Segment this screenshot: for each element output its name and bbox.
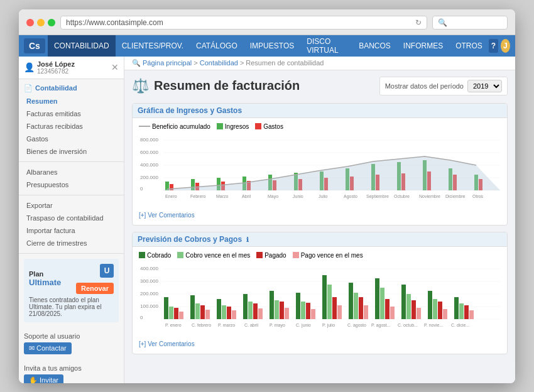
page-title: Resumen de facturación — [154, 79, 300, 93]
svg-text:Mayo: Mayo — [268, 194, 278, 199]
close-button[interactable] — [26, 19, 34, 26]
page-header: ⚖️ Resumen de facturación Mostrar datos … — [132, 77, 508, 95]
svg-rect-61 — [174, 308, 178, 319]
legend-pagado-label: Pagado — [264, 252, 286, 259]
nav-item-catalogo[interactable]: CATÁLOGO — [190, 35, 244, 57]
legend-beneficio: Beneficio acumulado — [139, 123, 210, 130]
invite-button[interactable]: ✋ Invitar — [24, 374, 63, 383]
svg-rect-69 — [227, 307, 231, 319]
sidebar-item-facturas-emitidas[interactable]: Facturas emitidas — [19, 107, 124, 120]
traffic-lights — [26, 19, 55, 26]
nav-help-button[interactable]: ? — [489, 39, 498, 53]
svg-rect-93 — [385, 299, 390, 319]
svg-text:300.000: 300.000 — [140, 278, 158, 284]
chart2-comments-link[interactable]: [+] Ver Comentarios — [139, 340, 501, 347]
user-icon: 👤 — [24, 62, 35, 72]
svg-rect-94 — [390, 307, 395, 319]
legend-gastos: Gastos — [255, 123, 283, 130]
svg-rect-60 — [169, 307, 173, 319]
chart2-container: 400.000 300.000 200.000 100.000 0 — [139, 263, 501, 338]
svg-rect-97 — [411, 300, 416, 319]
sidebar-close-button[interactable]: ✕ — [111, 62, 119, 72]
plan-title: Plan — [29, 270, 61, 278]
ingresos-gastos-section: Gráfica de Ingresos y Gastos Beneficio a… — [132, 103, 508, 226]
legend-cobro-vence: Cobro vence en el mes — [177, 252, 250, 259]
svg-text:P. novie...: P. novie... — [424, 323, 443, 327]
nav-item-bancos[interactable]: BANCOS — [352, 35, 397, 57]
svg-rect-77 — [280, 302, 284, 319]
nav-user-avatar[interactable]: J — [501, 39, 510, 53]
chart1-comments-link[interactable]: [+] Ver Comentarios — [139, 212, 501, 219]
legend-cobrado: Cobrado — [139, 252, 171, 259]
svg-rect-75 — [270, 291, 274, 319]
svg-rect-83 — [322, 275, 327, 319]
nav-item-clientes[interactable]: CLIENTES/PROV. — [116, 35, 190, 57]
svg-rect-89 — [359, 297, 363, 319]
browser-window: https://www.contasimple.com ↻ 🔍 Cs CONTA… — [19, 9, 515, 383]
chart1-container: 800.000 600.000 400.000 200.000 0 — [139, 134, 501, 209]
svg-text:C. junio: C. junio — [296, 323, 311, 328]
nav-item-otros[interactable]: OTROS — [449, 35, 489, 57]
sidebar-item-albaranes[interactable]: Albaranes — [19, 166, 124, 178]
nav-item-contabilidad[interactable]: CONTABILIDAD — [48, 35, 116, 57]
svg-text:Abril: Abril — [242, 194, 251, 199]
svg-rect-63 — [190, 295, 195, 319]
nav-item-informes[interactable]: INFORMES — [397, 35, 449, 57]
svg-text:0: 0 — [140, 315, 143, 320]
browser-search[interactable]: 🔍 — [432, 16, 508, 30]
sidebar-item-resumen[interactable]: Resumen — [19, 95, 124, 107]
svg-text:200.000: 200.000 — [140, 291, 158, 297]
contact-button[interactable]: ✉ Contactar — [24, 342, 72, 354]
svg-text:Octubre: Octubre — [394, 194, 410, 199]
nav-item-impuestos[interactable]: IMPUESTOS — [244, 35, 300, 57]
minimize-button[interactable] — [37, 19, 45, 26]
svg-text:Septiembre: Septiembre — [366, 194, 389, 199]
sidebar-item-facturas-recibidas[interactable]: Facturas recibidas — [19, 120, 124, 133]
content-area: 🔍 Página principal > Contabilidad > Resu… — [124, 57, 515, 383]
sidebar-user: 👤 José López 123456782 ✕ — [19, 57, 124, 79]
breadcrumb-home[interactable]: Página principal — [143, 59, 192, 67]
address-bar[interactable]: https://www.contasimple.com ↻ — [60, 16, 427, 30]
cobros-pagos-section: Previsión de Cobros y Pagos ℹ Cobrado Co… — [132, 232, 508, 354]
legend-pago-vence-label: Pago vence en el mes — [301, 252, 363, 259]
svg-text:Agosto: Agosto — [344, 194, 357, 199]
sidebar-invite: Invita a tus amigos ✋ Invitar — [19, 359, 124, 383]
sidebar-item-gastos[interactable]: Gastos — [19, 133, 124, 145]
svg-rect-105 — [464, 305, 469, 319]
svg-text:C. dicie...: C. dicie... — [451, 323, 469, 327]
svg-rect-95 — [401, 285, 406, 319]
sidebar-item-bienes[interactable]: Bienes de inversión — [19, 145, 124, 158]
svg-text:C. abril: C. abril — [244, 323, 259, 327]
svg-rect-90 — [364, 305, 368, 319]
svg-rect-73 — [253, 303, 258, 319]
sidebar-item-exportar[interactable]: Exportar — [19, 199, 124, 212]
period-label: Mostrar datos del período — [385, 82, 464, 90]
legend-cobro-vence-label: Cobro vence en el mes — [185, 252, 250, 259]
period-select[interactable]: 2019 2018 2020 — [467, 80, 502, 92]
legend-ingresos: Ingresos — [217, 123, 249, 130]
breadcrumb-contabilidad[interactable]: Contabilidad — [200, 59, 238, 67]
maximize-button[interactable] — [48, 19, 55, 26]
nav-logo[interactable]: Cs — [24, 38, 45, 53]
svg-rect-66 — [205, 310, 210, 319]
svg-rect-82 — [311, 309, 315, 319]
support-label: Soporte al usuario — [24, 332, 119, 340]
invite-label: Invita a tus amigos — [24, 364, 119, 372]
balance-icon: ⚖️ — [132, 78, 149, 94]
plan-renew-button[interactable]: Renovar — [76, 283, 114, 294]
sidebar-item-presupuestos[interactable]: Presupuestos — [19, 178, 124, 191]
sidebar-item-traspaso[interactable]: Traspaso de contabilidad — [19, 212, 124, 224]
svg-text:Junio: Junio — [293, 194, 303, 199]
search-icon: 🔍 — [438, 18, 447, 27]
chart2-title: Previsión de Cobros y Pagos ℹ — [133, 232, 507, 247]
search-content-icon[interactable]: 🔍 — [132, 59, 141, 67]
legend-cobrado-label: Cobrado — [147, 252, 171, 259]
svg-text:Julio: Julio — [319, 194, 328, 199]
refresh-icon[interactable]: ↻ — [415, 18, 422, 27]
sidebar-item-importar[interactable]: Importar factura — [19, 224, 124, 237]
nav-item-disco[interactable]: DISCO VIRTUAL — [300, 35, 352, 57]
svg-rect-86 — [337, 305, 342, 319]
svg-rect-65 — [200, 305, 205, 319]
svg-rect-79 — [296, 293, 300, 319]
sidebar-item-cierre[interactable]: Cierre de trimestres — [19, 237, 124, 249]
